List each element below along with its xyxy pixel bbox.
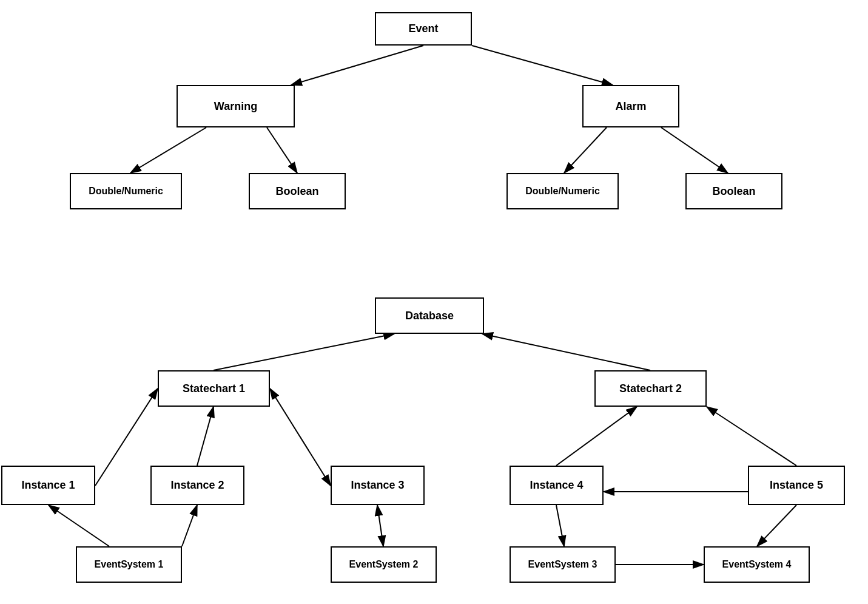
statechart1-node: Statechart 1 [158,370,270,407]
svg-line-21 [182,505,197,546]
diagram: Event Warning Alarm Double/Numeric Boole… [0,0,868,604]
event-node: Event [375,12,472,46]
warning-node: Warning [177,85,295,127]
instance3-node: Instance 3 [331,466,425,505]
statechart2-node: Statechart 2 [594,370,707,407]
svg-line-18 [757,505,796,546]
svg-line-7 [661,127,728,173]
svg-line-2 [291,46,423,85]
eventsystem2-node: EventSystem 2 [331,546,437,583]
svg-line-8 [214,334,394,370]
svg-line-15 [707,407,796,466]
database-node: Database [375,297,484,334]
alarm-double-node: Double/Numeric [506,173,619,209]
svg-line-10 [95,389,158,486]
svg-line-20 [49,505,109,546]
svg-line-4 [130,127,206,173]
instance2-node: Instance 2 [150,466,244,505]
svg-line-3 [472,46,613,85]
svg-line-11 [197,407,214,466]
instance5-node: Instance 5 [748,466,845,505]
eventsystem1-node: EventSystem 1 [76,546,182,583]
warning-boolean-node: Boolean [249,173,346,209]
instance1-node: Instance 1 [1,466,95,505]
svg-line-6 [564,127,607,173]
eventsystem3-node: EventSystem 3 [510,546,616,583]
svg-line-12 [270,389,331,486]
warning-double-node: Double/Numeric [70,173,182,209]
svg-line-5 [267,127,297,173]
svg-line-13 [377,505,383,546]
alarm-boolean-node: Boolean [685,173,782,209]
svg-line-9 [482,334,650,370]
eventsystem4-node: EventSystem 4 [704,546,810,583]
alarm-node: Alarm [582,85,679,127]
svg-line-14 [556,407,637,466]
instance4-node: Instance 4 [510,466,604,505]
svg-line-17 [556,505,564,546]
